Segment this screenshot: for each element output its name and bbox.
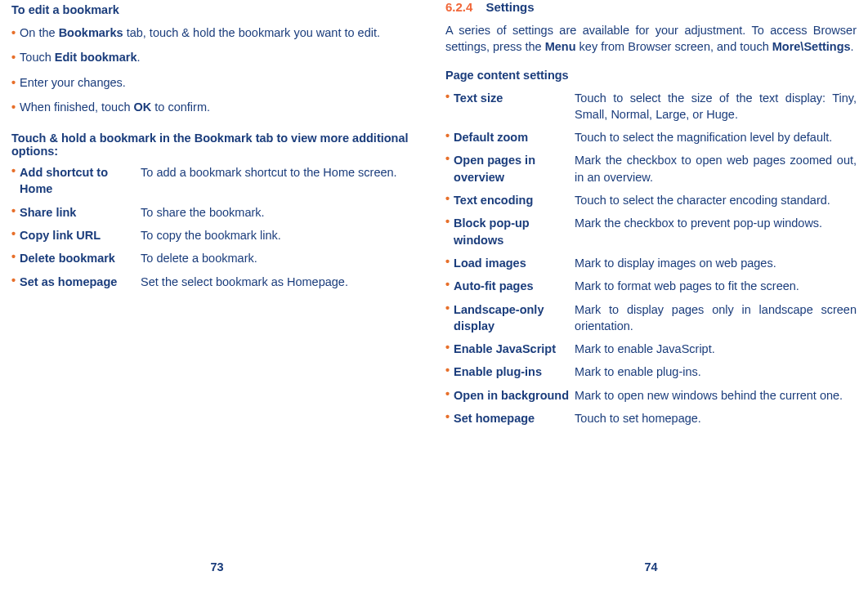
option-label: Enable JavaScript [454, 341, 575, 357]
option-row: •Enable JavaScriptMark to enable JavaScr… [445, 341, 857, 357]
option-row: •Enable plug-insMark to enable plug-ins. [445, 364, 857, 380]
intro-more-settings: More\Settings [772, 40, 851, 53]
bullet-dot-icon: • [11, 74, 16, 91]
section-number: 6.2.4 [445, 0, 472, 14]
option-row: •Block pop-up windowsMark the checkbox t… [445, 215, 857, 248]
option-row: •Open pages in overviewMark the checkbox… [445, 152, 857, 185]
bullet-dot-icon: • [11, 25, 16, 41]
bullet-text: Enter your changes. [20, 74, 423, 91]
option-label: Share link [20, 204, 141, 221]
section-title: Settings [485, 0, 534, 14]
option-desc: Mark the checkbox to open web pages zoom… [575, 152, 857, 185]
bullet-dot-icon: • [11, 164, 16, 198]
edit-bookmark-heading: To edit a bookmark [11, 3, 423, 16]
bullet-item: •Enter your changes. [11, 74, 423, 91]
option-desc: Mark to enable JavaScript. [575, 341, 857, 357]
bullet-dot-icon: • [445, 255, 450, 271]
option-row: •Load imagesMark to display images on we… [445, 255, 857, 271]
option-desc: Mark to open new windows behind the curr… [575, 387, 857, 404]
bullet-dot-icon: • [445, 278, 450, 294]
intro-paragraph: A series of settings are available for y… [445, 22, 857, 56]
option-desc: Mark to display images on web pages. [575, 255, 857, 271]
bullet-text: When finished, touch OK to confirm. [20, 99, 423, 115]
bullet-dot-icon: • [11, 274, 16, 290]
bullet-dot-icon: • [445, 215, 450, 248]
option-label: Auto-fit pages [454, 278, 575, 294]
option-row: •Set homepageTouch to set homepage. [445, 410, 857, 426]
option-label: Text encoding [454, 192, 575, 208]
bullet-dot-icon: • [445, 364, 450, 380]
option-desc: Touch to select the size of the text dis… [575, 90, 857, 123]
option-label: Open pages in overview [454, 152, 575, 185]
left-options: •Add shortcut to HomeTo add a bookmark s… [11, 164, 423, 290]
option-desc: Mark the checkbox to prevent pop-up wind… [575, 215, 857, 248]
bullet-dot-icon: • [11, 227, 16, 243]
bullet-dot-icon: • [11, 99, 16, 115]
bullet-dot-icon: • [11, 49, 16, 65]
option-label: Block pop-up windows [454, 215, 575, 248]
option-desc: To delete a bookmark. [141, 250, 423, 266]
option-desc: Set the select bookmark as Homepage. [141, 274, 423, 290]
option-row: •Set as homepageSet the select bookmark … [11, 274, 423, 290]
option-desc: Touch to select the character encoding s… [575, 192, 857, 208]
page-number-left: 73 [0, 560, 434, 573]
right-page: 6.2.4 Settings A series of settings are … [434, 0, 868, 598]
option-label: Set as homepage [20, 274, 141, 290]
intro-menu: Menu [545, 40, 576, 53]
option-label: Text size [454, 90, 575, 123]
option-label: Open in background [454, 387, 575, 404]
bullet-text: Touch Edit bookmark. [20, 49, 423, 65]
option-label: Copy link URL [20, 227, 141, 243]
bullet-dot-icon: • [445, 387, 450, 404]
bullet-dot-icon: • [445, 192, 450, 208]
left-page: To edit a bookmark •On the Bookmarks tab… [0, 0, 434, 598]
option-label: Set homepage [454, 410, 575, 426]
edit-bullets: •On the Bookmarks tab, touch & hold the … [11, 25, 423, 115]
bullet-text: On the Bookmarks tab, touch & hold the b… [20, 25, 423, 41]
option-desc: Touch to set homepage. [575, 410, 857, 426]
option-row: •Delete bookmarkTo delete a bookmark. [11, 250, 423, 266]
option-desc: To share the bookmark. [141, 204, 423, 221]
option-desc: Mark to display pages only in landscape … [575, 301, 857, 335]
option-label: Enable plug-ins [454, 364, 575, 380]
option-desc: Mark to enable plug-ins. [575, 364, 857, 380]
intro-post: . [851, 40, 854, 53]
option-desc: Mark to format web pages to fit the scre… [575, 278, 857, 294]
option-row: •Copy link URLTo copy the bookmark link. [11, 227, 423, 243]
option-desc: To add a bookmark shortcut to the Home s… [141, 164, 423, 198]
bullet-item: •When finished, touch OK to confirm. [11, 99, 423, 115]
page-number-right: 74 [434, 560, 868, 573]
bullet-dot-icon: • [11, 204, 16, 221]
bullet-dot-icon: • [445, 341, 450, 357]
bullet-dot-icon: • [11, 250, 16, 266]
option-label: Delete bookmark [20, 250, 141, 266]
option-row: •Text encodingTouch to select the charac… [445, 192, 857, 208]
option-label: Add shortcut to Home [20, 164, 141, 198]
option-row: •Landscape-only displayMark to display p… [445, 301, 857, 335]
bullet-dot-icon: • [445, 301, 450, 335]
touch-hold-heading: Touch & hold a bookmark in the Bookmark … [11, 132, 423, 158]
option-row: •Share linkTo share the bookmark. [11, 204, 423, 221]
bullet-dot-icon: • [445, 152, 450, 185]
bullet-dot-icon: • [445, 410, 450, 426]
bullet-dot-icon: • [445, 90, 450, 123]
right-options: •Text sizeTouch to select the size of th… [445, 90, 857, 427]
option-row: •Auto-fit pagesMark to format web pages … [445, 278, 857, 294]
option-row: •Text sizeTouch to select the size of th… [445, 90, 857, 123]
option-row: •Add shortcut to HomeTo add a bookmark s… [11, 164, 423, 198]
bullet-item: •Touch Edit bookmark. [11, 49, 423, 65]
option-desc: To copy the bookmark link. [141, 227, 423, 243]
bullet-item: •On the Bookmarks tab, touch & hold the … [11, 25, 423, 41]
option-row: •Open in backgroundMark to open new wind… [445, 387, 857, 404]
option-row: •Default zoomTouch to select the magnifi… [445, 129, 857, 145]
page-content-heading: Page content settings [445, 69, 857, 82]
section-heading: 6.2.4 Settings [445, 0, 857, 14]
option-label: Landscape-only display [454, 301, 575, 335]
option-desc: Touch to select the magnification level … [575, 129, 857, 145]
option-label: Default zoom [454, 129, 575, 145]
bullet-dot-icon: • [445, 129, 450, 145]
option-label: Load images [454, 255, 575, 271]
intro-mid: key from Browser screen, and touch [576, 40, 772, 53]
